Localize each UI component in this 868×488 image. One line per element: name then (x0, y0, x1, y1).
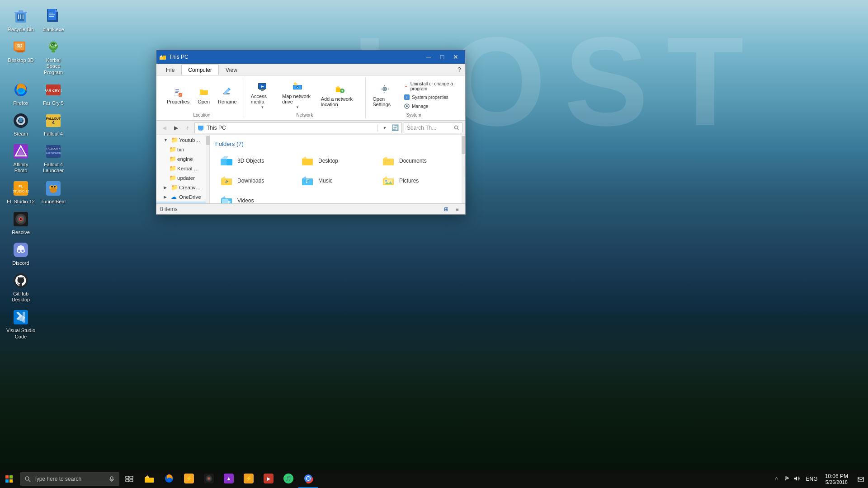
language-indicator[interactable]: ENG (804, 476, 820, 482)
taskbar-firefox[interactable] (159, 470, 179, 488)
desktop-icons-container: Recycle Bin blank.exe (5, 5, 70, 343)
help-button[interactable]: ? (453, 64, 465, 75)
rename-button[interactable]: Rename (215, 84, 240, 107)
list-view-button[interactable]: ≡ (453, 205, 462, 214)
map-network-drive-label: Map network drive (282, 94, 313, 104)
desktop-icon-vscode[interactable]: Visual Studio Code (5, 305, 37, 342)
back-button[interactable]: ◀ (159, 123, 169, 133)
svg-rect-108 (302, 159, 312, 165)
tiles-view-button[interactable]: ⊞ (442, 205, 451, 214)
github-icon (12, 272, 30, 290)
tab-computer[interactable]: Computer (181, 65, 219, 75)
sidebar-item-onedrive[interactable]: ▶ ☁ OneDrive (156, 192, 206, 202)
rename-label: Rename (218, 99, 237, 104)
forward-button[interactable]: ▶ (171, 123, 181, 133)
github-label: GitHub Desktop (6, 291, 35, 303)
desktop-icon-recycle-bin[interactable]: Recycle Bin (5, 5, 37, 35)
ribbon-content: ✓ Properties Open (156, 75, 465, 121)
taskbar-chrome[interactable] (298, 470, 318, 488)
sidebar-item-bin[interactable]: 📁 bin (156, 145, 206, 154)
folder-3d-objects[interactable]: 3D Objects (215, 152, 294, 170)
explorer-title: This PC (169, 54, 422, 60)
sidebar-item-updater[interactable]: 📁 updater (156, 173, 206, 183)
access-media-button[interactable]: Access media ▼ (248, 79, 277, 112)
search-bar[interactable]: Search Th... (404, 122, 462, 133)
taskbar-pinned-3[interactable]: ⚡ (179, 470, 199, 488)
tab-view[interactable]: View (219, 65, 244, 75)
tray-network-icon[interactable] (782, 474, 790, 484)
desktop-icon-firefox[interactable]: Firefox (5, 78, 37, 109)
desktop-icon-farcry[interactable]: FAR CRY 5 Far Cry 5 (37, 78, 70, 109)
open-settings-button[interactable]: Open Settings (369, 82, 400, 109)
taskbar-pinned-8[interactable]: 🎵 (278, 470, 298, 488)
desktop-icon-fallout4-launcher[interactable]: FALLOUT 4 LAUNCHER Fallout 4 Launcher (37, 140, 70, 176)
add-network-location-button[interactable]: Add a network location (318, 82, 362, 109)
desktop-icon-discord[interactable]: Discord (5, 238, 37, 269)
svg-point-124 (110, 477, 113, 479)
music-icon (300, 174, 315, 187)
svg-rect-106 (226, 159, 232, 165)
tab-file[interactable]: File (159, 65, 181, 75)
svg-rect-109 (383, 159, 394, 165)
open-button[interactable]: Open (194, 84, 213, 107)
start-button[interactable] (0, 470, 18, 488)
map-network-drive-button[interactable]: Map network drive ▼ (279, 79, 316, 112)
taskbar: Type here to search (0, 470, 868, 488)
desktop-icon-kerbal[interactable]: KSP Kerbal Space Program (37, 35, 70, 78)
svg-rect-95 (199, 130, 202, 131)
bin-label: bin (177, 147, 184, 152)
folder-videos[interactable]: Videos (215, 192, 294, 203)
sidebar-item-creative-cloud[interactable]: ▶ 📁 Creative Cloud Fil... (156, 183, 206, 192)
sidebar-scrollbar[interactable] (206, 135, 210, 203)
taskbar-explorer[interactable] (139, 470, 159, 488)
desktop-icon-blank-exe[interactable]: blank.exe (37, 5, 70, 35)
desktop-label: Desktop (318, 158, 338, 164)
desktop-icon-affinity[interactable]: Affinity Photo (5, 140, 37, 176)
taskbar-explorer-icon (144, 474, 154, 483)
svg-rect-121 (222, 199, 228, 203)
tunnelbear-label: TunnelBear (41, 199, 66, 205)
desktop-icon-steam[interactable]: Steam (5, 109, 37, 140)
tray-volume-icon[interactable] (793, 474, 801, 484)
dropdown-arrow[interactable]: ▼ (380, 123, 390, 133)
close-button[interactable]: ✕ (449, 50, 462, 64)
minimize-button[interactable]: ─ (422, 50, 435, 64)
folder-desktop[interactable]: Desktop (296, 152, 375, 170)
task-view-button[interactable] (121, 470, 137, 488)
manage-button[interactable]: Manage (402, 102, 458, 110)
refresh-button[interactable]: 🔄 (392, 124, 399, 131)
folder-documents[interactable]: Documents (377, 152, 456, 170)
tray-expand-icon[interactable]: ^ (774, 475, 779, 483)
sidebar-item-youtube[interactable]: ▼ 📁 Youtube stuff (156, 135, 206, 145)
system-properties-button[interactable]: i System properties (402, 93, 458, 101)
desktop-icon-github[interactable]: GitHub Desktop (5, 269, 37, 305)
desktop-icon-resolve[interactable]: Resolve (5, 207, 37, 238)
desktop-icon-desktop-3d[interactable]: 3D Desktop 3D (5, 35, 37, 78)
taskbar-search[interactable]: Type here to search (20, 472, 119, 486)
sidebar-item-engine[interactable]: 📁 engine (156, 154, 206, 164)
taskbar-pinned-6[interactable]: ⚡ (239, 470, 259, 488)
folder-pictures[interactable]: Pictures (377, 172, 456, 190)
documents-label: Documents (399, 158, 427, 164)
desktop-icon-fallout4[interactable]: FALLOUT 4 Fallout 4 (37, 109, 70, 140)
taskbar-clock[interactable]: 10:06 PM 5/26/2018 (820, 470, 854, 488)
maximize-button[interactable]: □ (435, 50, 449, 64)
content-scrollbar[interactable] (462, 135, 465, 203)
notification-button[interactable] (854, 470, 868, 488)
address-bar[interactable]: This PC ▼ 🔄 (194, 122, 402, 133)
taskbar-davinci[interactable] (199, 470, 219, 488)
folder-music[interactable]: Music (296, 172, 375, 190)
open-settings-label: Open Settings (373, 96, 397, 107)
up-button[interactable]: ↑ (183, 123, 193, 133)
sidebar-item-kerbal[interactable]: 📁 Kerbal Space Pro... (156, 164, 206, 173)
uninstall-button[interactable]: Uninstall or change a program (402, 80, 458, 92)
properties-button[interactable]: ✓ Properties (164, 84, 193, 107)
youtube-folder-icon: 📁 (171, 136, 177, 143)
youtube-label: Youtube stuff (179, 137, 202, 143)
taskbar-pinned-7[interactable]: ▶ (259, 470, 278, 488)
desktop-icon-tunnelbear[interactable]: TunnelBear (37, 177, 70, 207)
open-label: Open (198, 99, 210, 104)
desktop-icon-fl-studio[interactable]: FL STUDIO 12 FL Studio 12 (5, 177, 37, 207)
taskbar-affinity[interactable]: ▲ (219, 470, 239, 488)
folder-downloads[interactable]: Downloads (215, 172, 294, 190)
